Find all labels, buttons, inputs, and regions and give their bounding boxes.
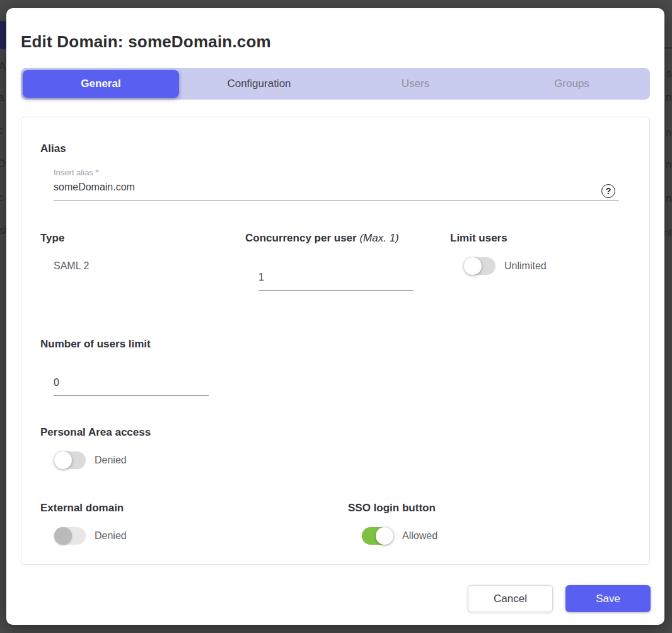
users-limit-heading: Number of users limit (40, 338, 151, 351)
personal-area-toggle-label: Denied (95, 455, 127, 466)
backdrop-navy-block (0, 21, 6, 49)
backdrop-text-fragment: a (0, 91, 4, 104)
toggle-knob (376, 527, 393, 545)
general-form-card: Alias Insert alias * ? Type SAML 2 Concu… (21, 117, 650, 565)
limit-users-toggle[interactable] (464, 257, 495, 275)
personal-area-heading: Personal Area access (40, 426, 151, 439)
modal-footer: Cancel Save (468, 585, 651, 612)
personal-area-toggle[interactable] (54, 451, 86, 469)
limit-users-toggle-label: Unlimited (504, 260, 547, 272)
users-limit-input[interactable] (54, 377, 209, 396)
backdrop-text-fragment: si (0, 224, 6, 237)
backdrop-text-fragment: n (666, 192, 671, 205)
alias-input[interactable] (54, 182, 619, 200)
save-button[interactable]: Save (565, 585, 651, 612)
backdrop-text-fragment: c (0, 192, 4, 204)
backdrop-text-fragment: c (0, 124, 4, 137)
backdrop-text-fragment: n (666, 158, 671, 171)
tab-general[interactable]: General (23, 70, 179, 98)
external-domain-heading: External domain (40, 502, 124, 514)
external-domain-toggle (54, 527, 86, 545)
tab-bar: General Configuration Users Groups (21, 68, 650, 100)
toggle-knob (464, 257, 482, 275)
limit-users-heading: Limit users (450, 232, 507, 245)
concurrency-input[interactable] (258, 272, 414, 291)
tab-users[interactable]: Users (337, 68, 494, 100)
type-heading: Type (40, 232, 64, 245)
sso-login-toggle[interactable] (362, 527, 393, 545)
backdrop-text-fragment: n (666, 127, 671, 139)
tab-groups[interactable]: Groups (494, 68, 650, 100)
backdrop-text-fragment: A (0, 61, 6, 73)
toggle-knob (54, 527, 72, 545)
concurrency-heading-text: Concurrency per user (245, 232, 357, 244)
tab-configuration[interactable]: Configuration (181, 68, 337, 100)
sso-login-toggle-label: Allowed (402, 530, 437, 542)
edit-domain-modal: Edit Domain: someDomain.com General Conf… (6, 8, 664, 625)
backdrop-text-fragment: s (666, 67, 672, 80)
help-icon[interactable]: ? (601, 184, 615, 198)
alias-field-label: Insert alias * (54, 168, 99, 177)
sso-login-heading: SSO login button (348, 502, 436, 514)
concurrency-heading: Concurrency per user (Max. 1) (245, 232, 399, 245)
type-value: SAML 2 (54, 260, 89, 272)
modal-title: Edit Domain: someDomain.com (21, 32, 271, 52)
concurrency-heading-note: (Max. 1) (359, 232, 398, 244)
backdrop-text-fragment: n (666, 91, 671, 104)
external-domain-toggle-label: Denied (95, 530, 127, 542)
cancel-button[interactable]: Cancel (468, 585, 553, 612)
backdrop-text-fragment: D (0, 158, 5, 170)
alias-heading: Alias (40, 142, 66, 155)
toggle-knob (54, 451, 72, 469)
